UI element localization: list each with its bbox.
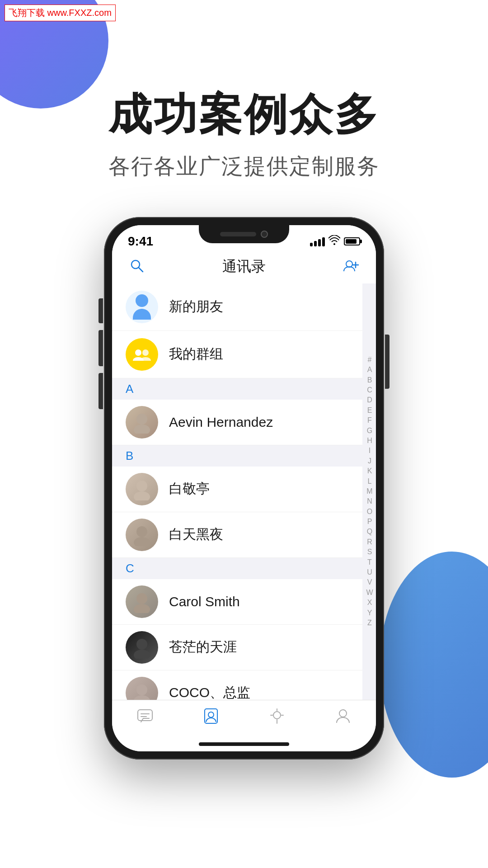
alpha-P[interactable]: P <box>367 517 372 527</box>
signal-bars <box>310 236 325 246</box>
tab-profile-icon <box>334 708 352 725</box>
tab-discover[interactable] <box>244 705 310 727</box>
new-friend-item[interactable]: 新的朋友 <box>112 283 362 331</box>
contact-carol1[interactable]: Carol Smith <box>112 579 362 625</box>
tab-profile[interactable] <box>310 705 376 727</box>
contacts-list: 新的朋友 我的群组 <box>112 283 376 700</box>
contact-bai-tian[interactable]: 白天黑夜 <box>112 512 362 558</box>
alpha-Q[interactable]: Q <box>367 527 372 537</box>
alpha-B[interactable]: B <box>367 375 372 385</box>
contacts-scroll[interactable]: 新的朋友 我的群组 <box>112 283 376 700</box>
contact-name-aevin: Aevin Hernandez <box>169 415 273 430</box>
alpha-Y[interactable]: Y <box>367 608 372 618</box>
alpha-A[interactable]: A <box>367 365 372 375</box>
person-silhouette <box>133 294 151 320</box>
signal-bar-2 <box>314 241 317 246</box>
alpha-V[interactable]: V <box>367 577 372 587</box>
svg-point-12 <box>134 537 150 546</box>
contact-cangmao[interactable]: 苍茫的天涯 <box>112 625 362 670</box>
wifi-icon <box>328 235 340 248</box>
my-groups-item[interactable]: 我的群组 <box>112 331 362 378</box>
svg-point-15 <box>136 639 147 650</box>
alpha-L[interactable]: L <box>368 476 372 486</box>
alpha-T[interactable]: T <box>367 557 372 567</box>
svg-rect-21 <box>138 710 152 721</box>
alphabet-index: # A B C D E F G H I J K L M N O P <box>363 283 376 700</box>
contact-name-bai-jingt: 白敬亭 <box>169 480 210 498</box>
person-head <box>136 294 148 307</box>
alpha-Z[interactable]: Z <box>367 618 372 628</box>
svg-point-25 <box>208 712 214 717</box>
tab-bar <box>112 700 376 739</box>
alpha-#[interactable]: # <box>368 355 372 365</box>
svg-point-26 <box>273 712 281 719</box>
search-button[interactable] <box>126 259 148 275</box>
new-friend-avatar <box>126 291 158 323</box>
tab-contacts-icon <box>202 708 220 725</box>
contact-coco[interactable]: COCO、总监 <box>112 670 362 700</box>
svg-point-8 <box>134 425 150 434</box>
contact-name-bai-tian: 白天黑夜 <box>169 525 223 544</box>
contact-avatar-coco <box>126 677 158 700</box>
alpha-E[interactable]: E <box>367 406 372 415</box>
phone-frame: 9:41 <box>104 217 384 760</box>
alpha-J[interactable]: J <box>368 456 371 466</box>
watermark: 飞翔下载 www.FXXZ.com <box>5 5 116 21</box>
svg-point-2 <box>346 261 352 267</box>
alpha-K[interactable]: K <box>367 466 372 476</box>
svg-point-17 <box>136 684 147 695</box>
status-time: 9:41 <box>128 234 153 249</box>
battery-icon <box>344 237 360 245</box>
alpha-H[interactable]: H <box>367 436 372 446</box>
side-button-volume-up <box>99 330 103 366</box>
side-button-volume-down <box>99 373 103 409</box>
svg-point-9 <box>136 481 147 491</box>
add-contact-button[interactable] <box>340 259 362 275</box>
alpha-C[interactable]: C <box>367 385 372 395</box>
home-bar <box>199 742 289 746</box>
page-title: 成功案例众多 <box>0 90 488 138</box>
contact-aevin[interactable]: Aevin Hernandez <box>112 400 362 445</box>
alpha-D[interactable]: D <box>367 395 372 405</box>
notch-camera <box>261 231 268 238</box>
contact-avatar-carol1 <box>126 585 158 618</box>
signal-bar-3 <box>318 239 321 246</box>
alpha-R[interactable]: R <box>367 537 372 547</box>
svg-point-6 <box>142 349 149 356</box>
section-header-c: C <box>112 558 362 579</box>
section-header-b: B <box>112 445 362 467</box>
contact-bai-jingt[interactable]: 白敬亭 <box>112 467 362 512</box>
svg-point-11 <box>136 526 147 537</box>
alpha-O[interactable]: O <box>367 507 372 517</box>
alpha-X[interactable]: X <box>367 598 372 608</box>
alpha-S[interactable]: S <box>367 547 372 557</box>
svg-point-10 <box>134 491 150 500</box>
my-groups-avatar <box>126 338 158 371</box>
home-indicator <box>112 739 376 751</box>
alpha-I[interactable]: I <box>369 446 371 456</box>
tab-chat[interactable] <box>112 705 178 727</box>
alpha-M[interactable]: M <box>366 486 372 496</box>
signal-bar-4 <box>322 237 325 246</box>
contact-avatar-bai-tian <box>126 519 158 551</box>
svg-point-14 <box>134 604 150 613</box>
svg-point-16 <box>134 650 150 659</box>
app-header: 通讯录 <box>112 252 376 283</box>
alpha-U[interactable]: U <box>367 567 372 577</box>
alpha-N[interactable]: N <box>367 496 372 506</box>
battery-fill <box>346 239 357 244</box>
section-header-a: A <box>112 378 362 400</box>
app-title: 通讯录 <box>148 257 340 277</box>
contact-avatar-cangmao <box>126 631 158 664</box>
signal-bar-1 <box>310 243 313 246</box>
contact-avatar-aevin <box>126 406 158 439</box>
phone-screen: 9:41 <box>112 225 376 751</box>
alpha-F[interactable]: F <box>367 415 372 425</box>
alpha-W[interactable]: W <box>366 588 373 598</box>
side-button-mute <box>99 298 103 323</box>
tab-contacts[interactable] <box>178 705 244 727</box>
alpha-G[interactable]: G <box>367 426 372 436</box>
tab-discover-icon <box>268 708 286 725</box>
contact-name-carol1: Carol Smith <box>169 594 240 609</box>
svg-point-13 <box>136 593 147 604</box>
